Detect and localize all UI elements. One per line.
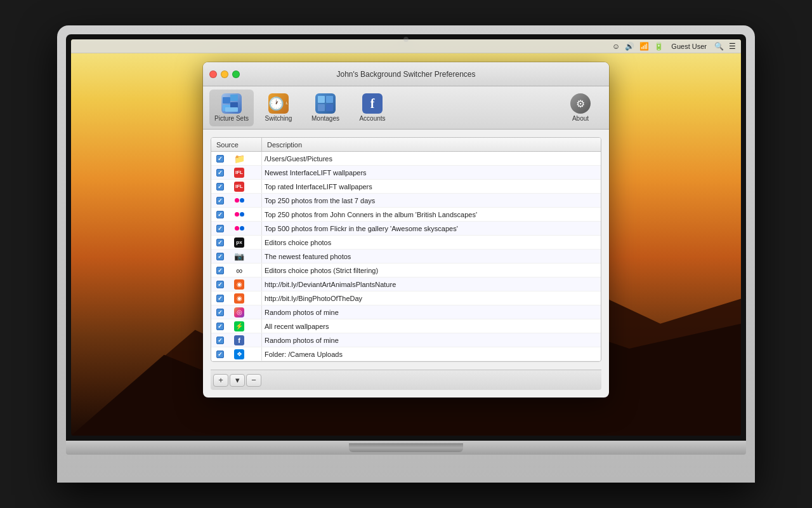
table-content: Source Description 📁 /Users/Guest/Pictur… [211,137,601,362]
table-row[interactable]: 📷 The newest featured photos [211,250,601,264]
row-description: /Users/Guest/Pictures [262,155,601,163]
toolbar-item-montages[interactable]: Montages [303,90,348,126]
row-checkbox[interactable] [211,337,229,344]
row-description: Editors choice photos (Strict filtering) [262,267,601,274]
table-row[interactable]: ◉ http://bit.ly/DeviantArtAnimalsPlantsN… [211,277,601,291]
maximize-button[interactable] [232,70,240,78]
toolbar-item-accounts[interactable]: f Accounts [350,90,395,126]
table-row[interactable]: ◉ http://bit.ly/BingPhotoOfTheDay [211,291,601,305]
source-col: px [211,236,262,249]
search-menu-icon[interactable]: 🔍 [714,42,724,51]
battery-icon: 🔋 [654,42,664,51]
row-checkbox[interactable] [211,169,229,177]
row-checkbox[interactable] [211,183,229,190]
checkbox-checked [216,323,224,330]
checkbox-checked [216,267,224,274]
row-checkbox[interactable] [211,295,229,302]
row-checkbox[interactable] [211,155,229,163]
menu-icon[interactable]: ☰ [729,42,736,51]
source-col [211,208,262,221]
checkbox-checked [216,253,224,260]
row-description: http://bit.ly/BingPhotoOfTheDay [262,295,601,302]
menu-bar-user: Guest User [671,43,707,50]
row-icon-instagram: ◎ [229,307,249,318]
rss-icon: ◉ [234,293,244,304]
source-col: ◎ [211,305,262,319]
table-row[interactable]: ❖ Folder: /Camera Uploads [211,347,601,361]
row-checkbox[interactable] [211,281,229,288]
row-description: Random photos of mine [262,309,601,316]
source-col [211,194,262,207]
table-row[interactable]: Top 250 photos from John Conners in the … [211,208,601,222]
table-row[interactable]: ∞ Editors choice photos (Strict filterin… [211,264,601,277]
table-row[interactable]: IFL Top rated InterfaceLIFT wallpapers [211,180,601,194]
row-checkbox[interactable] [211,267,229,274]
dropbox-icon: ❖ [234,349,244,359]
row-icon-ifl2: IFL [229,182,249,192]
row-description: All recent wallpapers [262,323,601,330]
checkbox-checked [216,281,224,288]
checkbox-checked [216,225,224,232]
row-checkbox[interactable] [211,197,229,204]
table-row[interactable]: px Editors choice photos [211,236,601,250]
add-button[interactable]: + [213,374,228,387]
checkbox-checked [216,155,224,163]
facebook-icon: f [234,335,244,345]
source-col: IFL [211,180,262,193]
ifl-icon: IFL [234,182,244,192]
row-description: Top 250 photos from the last 7 days [262,197,601,204]
row-icon-facebook: f [229,335,249,345]
source-col: f [211,333,262,347]
remove-button[interactable]: − [246,374,261,387]
menu-bar-icons: ☺ 🔊 📶 🔋 Guest User 🔍 ☰ [612,42,736,51]
screen-bezel: ☺ 🔊 📶 🔋 Guest User 🔍 ☰ [66,34,746,441]
table-rows: 📁 /Users/Guest/Pictures IFL Newes [211,152,601,361]
desktop-background: ☺ 🔊 📶 🔋 Guest User 🔍 ☰ [71,39,741,436]
row-description: Random photos of mine [262,337,601,344]
checkbox-checked [216,337,224,344]
svg-rect-14 [326,104,333,111]
checkbox-checked [216,309,224,316]
table-row[interactable]: Top 500 photos from Flickr in the galler… [211,222,601,236]
row-checkbox[interactable] [211,309,229,316]
checkbox-checked [216,239,224,246]
app-window: John's Background Switcher Preferences [203,62,609,398]
checkbox-checked [216,295,224,302]
table-row[interactable]: 📁 /Users/Guest/Pictures [211,152,601,166]
title-bar-buttons [209,70,240,78]
column-description-header: Description [262,138,601,151]
source-col: ◉ [211,291,262,305]
table-row[interactable]: Top 250 photos from the last 7 days [211,194,601,208]
laptop-shell: ☺ 🔊 📶 🔋 Guest User 🔍 ☰ [57,25,755,483]
instagram-icon: ◎ [234,307,244,318]
source-col: 📷 [211,250,262,263]
row-icon-ifl: IFL [229,168,249,178]
close-button[interactable] [209,70,217,78]
toolbar-item-about[interactable]: ⚙ About [558,90,603,126]
row-description: Top rated InterfaceLIFT wallpapers [262,183,601,190]
row-checkbox[interactable] [211,253,229,260]
montages-label: Montages [311,115,339,122]
table-row[interactable]: IFL Newest InterfaceLIFT wallpapers [211,166,601,180]
row-checkbox[interactable] [211,239,229,246]
table-row[interactable]: ◎ Random photos of mine [211,305,601,319]
row-checkbox[interactable] [211,211,229,218]
row-checkbox[interactable] [211,323,229,330]
column-source-header: Source [211,138,262,151]
table-row[interactable]: ⚡ All recent wallpapers [211,319,601,333]
bottom-toolbar: + ▾ − [211,370,601,390]
row-checkbox[interactable] [211,225,229,232]
toolbar-item-picture-sets[interactable]: Picture Sets [209,90,254,126]
accounts-icon: f [362,93,383,114]
minimize-button[interactable] [221,70,228,78]
dropdown-button[interactable]: ▾ [230,374,245,387]
row-description: Folder: /Camera Uploads [262,351,601,358]
volume-icon: 🔊 [625,42,634,51]
montages-icon [315,93,336,114]
checkbox-checked [216,183,224,190]
toolbar-item-switching[interactable]: Switching [256,90,301,126]
svg-rect-11 [318,96,325,103]
window-title: John's Background Switcher Preferences [336,70,475,79]
row-checkbox[interactable] [211,351,229,358]
table-row[interactable]: f Random photos of mine [211,333,601,347]
